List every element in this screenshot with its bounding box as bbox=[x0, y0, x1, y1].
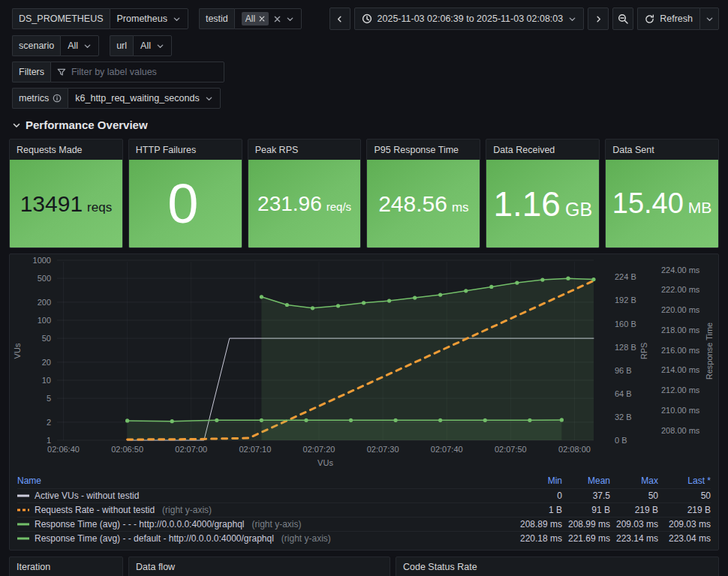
panel-title[interactable]: Data flow bbox=[129, 557, 390, 576]
legend-header-last[interactable]: Last * bbox=[658, 476, 711, 486]
series-point bbox=[566, 277, 570, 280]
refresh-interval-dropdown[interactable] bbox=[699, 8, 719, 30]
chevron-right-icon bbox=[594, 15, 603, 23]
time-controls: 2025-11-03 02:06:39 to 2025-11-03 02:08:… bbox=[329, 8, 719, 30]
legend-header-mean[interactable]: Mean bbox=[562, 476, 610, 486]
legend-series-name[interactable]: Requests Rate - without testid(right y-a… bbox=[17, 505, 514, 515]
legend-series-row[interactable]: Response Time (avg) - - default - http:/… bbox=[17, 531, 711, 545]
chevron-down-icon bbox=[205, 94, 213, 103]
legend-header-max[interactable]: Max bbox=[610, 476, 658, 486]
scenario-label: scenario bbox=[12, 35, 60, 56]
legend-series-row[interactable]: Active VUs - without testid037.55050 bbox=[17, 488, 711, 502]
panel-title[interactable]: Peak RPS bbox=[248, 140, 361, 160]
testid-dropdown[interactable]: All bbox=[234, 8, 302, 29]
rt-tick-label: 224.00 ms bbox=[661, 266, 700, 274]
panel-title[interactable]: Data Received bbox=[486, 140, 599, 160]
chevron-down-icon bbox=[705, 15, 714, 23]
panel-title[interactable]: Requests Made bbox=[10, 140, 122, 160]
stat-value-area: 248.56 ms bbox=[367, 160, 480, 248]
time-tick-label: 02:06:50 bbox=[111, 445, 143, 454]
info-icon[interactable] bbox=[53, 94, 62, 103]
panel-iteration: Iteration bbox=[9, 556, 123, 576]
vus-tick-label: 10 bbox=[42, 376, 51, 385]
row-performance-overview[interactable]: Performance Overview bbox=[12, 118, 728, 131]
legend-value: 1 B bbox=[514, 505, 562, 515]
legend-series-name[interactable]: Response Time (avg) - - default - http:/… bbox=[17, 533, 514, 544]
var-scenario: scenario All bbox=[12, 35, 99, 56]
rt-tick-label: 216.00 ms bbox=[661, 346, 700, 355]
vus-tick-label: 100 bbox=[38, 316, 51, 325]
panel-code-status-rate: Code Status Rate bbox=[396, 556, 719, 576]
panel-title[interactable]: HTTP Failures bbox=[129, 140, 242, 160]
series-color-swatch-icon bbox=[17, 494, 29, 497]
rps-tick-label: 0 B bbox=[615, 436, 627, 445]
var-ds-prometheus: DS_PROMETHEUS Prometheus bbox=[12, 8, 188, 29]
stat-value: 13491 bbox=[20, 191, 83, 217]
url-dropdown[interactable]: All bbox=[133, 35, 172, 56]
stat-value-area: 15.40 MB bbox=[606, 160, 718, 248]
refresh-split-button: Refresh bbox=[637, 8, 719, 30]
timeseries-chart[interactable]: 1251020501002005001000VUs0 B32 B64 B96 B… bbox=[10, 254, 719, 473]
vus-tick-label: 200 bbox=[38, 298, 51, 307]
legend-header-min[interactable]: Min bbox=[514, 476, 562, 486]
series-point bbox=[515, 281, 519, 285]
legend-value: 221.69 ms bbox=[562, 533, 610, 544]
stats-row: Requests Made 13491 reqs HTTP Failures 0… bbox=[9, 139, 719, 248]
series-color-swatch-icon bbox=[17, 537, 29, 540]
rps-axis-label: RPS bbox=[639, 343, 648, 360]
series-color-swatch-icon bbox=[17, 523, 29, 526]
var-url: url All bbox=[110, 35, 172, 56]
panel-title[interactable]: Iteration bbox=[10, 557, 122, 576]
stat-value: 1.16 bbox=[493, 184, 561, 224]
series-color-swatch-icon bbox=[17, 508, 29, 512]
series-point bbox=[591, 278, 595, 281]
series-point bbox=[464, 289, 468, 292]
time-range-text: 2025-11-03 02:06:39 to 2025-11-03 02:08:… bbox=[378, 14, 564, 24]
refresh-button[interactable]: Refresh bbox=[637, 8, 699, 30]
clear-all-icon[interactable] bbox=[274, 16, 281, 22]
stat-panel-peak-rps: Peak RPS 231.96 req/s bbox=[248, 139, 362, 248]
testid-selected-pill[interactable]: All bbox=[242, 12, 269, 26]
time-tick-label: 02:07:50 bbox=[495, 445, 527, 454]
chevron-down-icon bbox=[568, 15, 576, 23]
legend-value: 50 bbox=[610, 490, 658, 501]
metrics-dropdown[interactable]: k6_http_req_waiting_seconds bbox=[68, 88, 220, 109]
chevron-down-icon bbox=[173, 15, 181, 23]
x-axis-label: VUs bbox=[317, 458, 333, 467]
time-range-picker[interactable]: 2025-11-03 02:06:39 to 2025-11-03 02:08:… bbox=[354, 8, 585, 30]
scenario-dropdown[interactable]: All bbox=[60, 35, 99, 56]
vus-tick-label: 500 bbox=[38, 274, 51, 283]
legend-value: 219 B bbox=[610, 505, 658, 515]
legend-value: 223.04 ms bbox=[658, 533, 711, 544]
panel-title[interactable]: Data Sent bbox=[606, 140, 718, 160]
filter-by-label-input[interactable] bbox=[71, 67, 218, 77]
rps-tick-label: 32 B bbox=[615, 412, 632, 422]
legend-series-row[interactable]: Response Time (avg) - - - http://0.0.0.0… bbox=[17, 517, 711, 531]
chevron-down-icon bbox=[286, 15, 294, 23]
time-shift-back-button[interactable] bbox=[329, 8, 350, 30]
rt-tick-label: 208.00 ms bbox=[661, 426, 700, 435]
series-point bbox=[540, 278, 544, 282]
ds-prometheus-label: DS_PROMETHEUS bbox=[12, 8, 110, 29]
panel-title[interactable]: Code Status Rate bbox=[396, 557, 718, 576]
zoom-out-button[interactable] bbox=[612, 8, 633, 30]
panel-title[interactable]: P95 Response Time bbox=[367, 140, 480, 160]
series-point bbox=[215, 418, 218, 422]
series-point bbox=[311, 306, 314, 310]
ds-prometheus-dropdown[interactable]: Prometheus bbox=[110, 8, 188, 29]
stat-panel-http-failures: HTTP Failures 0 bbox=[128, 139, 242, 248]
remove-value-icon[interactable] bbox=[259, 16, 265, 22]
stat-value: 248.56 bbox=[378, 191, 447, 217]
var-testid: testid All bbox=[199, 8, 302, 29]
series-point bbox=[413, 296, 417, 300]
series-point bbox=[170, 419, 174, 423]
time-shift-forward-button[interactable] bbox=[588, 8, 609, 30]
filters-label: Filters bbox=[12, 62, 50, 82]
right-axis-note: (right y-axis) bbox=[162, 505, 212, 515]
legend-series-name[interactable]: Active VUs - without testid bbox=[17, 490, 514, 501]
legend-header-name[interactable]: Name bbox=[17, 476, 514, 486]
legend-series-name[interactable]: Response Time (avg) - - - http://0.0.0.0… bbox=[17, 519, 514, 530]
chevron-down-icon bbox=[156, 42, 164, 50]
stat-value: 231.96 bbox=[257, 192, 322, 216]
legend-series-row[interactable]: Requests Rate - without testid(right y-a… bbox=[17, 502, 711, 517]
